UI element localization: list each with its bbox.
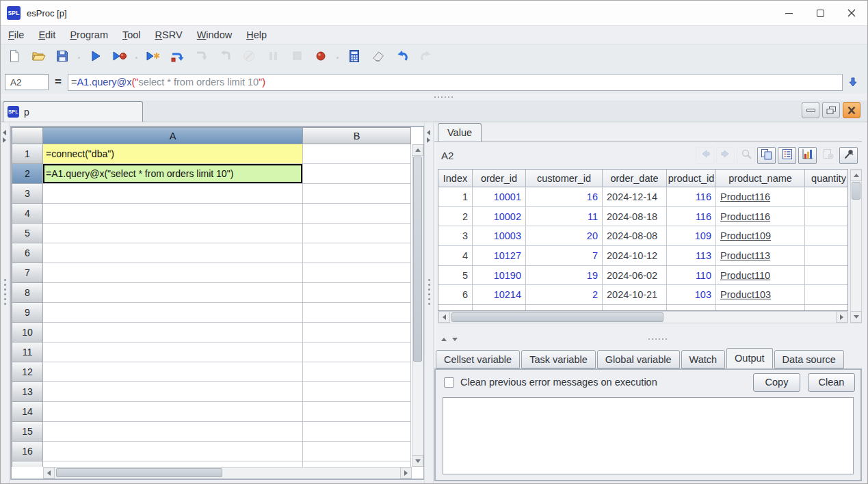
- tab-data-source[interactable]: Data source: [774, 350, 844, 368]
- cell-b3[interactable]: [303, 184, 411, 204]
- new-file-button[interactable]: [6, 49, 23, 66]
- cell-a7[interactable]: [43, 263, 303, 283]
- step-next-button[interactable]: [145, 49, 161, 66]
- sheet-tab-p[interactable]: SPL p: [3, 101, 143, 122]
- tab-value[interactable]: Value: [438, 123, 482, 142]
- cell-product_name[interactable]: Product103: [716, 285, 805, 305]
- cell-b11[interactable]: [303, 342, 411, 362]
- cell-b1[interactable]: [303, 144, 411, 164]
- cell-b9[interactable]: [303, 303, 411, 323]
- cell-b10[interactable]: [303, 323, 411, 342]
- scroll-down-button[interactable]: [412, 455, 423, 467]
- save-button[interactable]: [54, 49, 70, 66]
- cell-b16[interactable]: [303, 442, 411, 461]
- cell-a11[interactable]: [43, 342, 303, 362]
- row-header-16[interactable]: 16: [12, 442, 43, 461]
- cell-a1[interactable]: =connect("dba"): [43, 144, 303, 164]
- frame-close-button[interactable]: [843, 102, 860, 118]
- calculator-button[interactable]: [346, 49, 363, 66]
- scroll-up-button[interactable]: [412, 144, 423, 156]
- cell-b15[interactable]: [303, 422, 411, 442]
- open-file-button[interactable]: [30, 49, 47, 66]
- scroll-thumb[interactable]: [56, 468, 222, 477]
- draw-chart-button[interactable]: [798, 147, 817, 164]
- cell-a6[interactable]: [43, 243, 303, 263]
- cell-a9[interactable]: [43, 303, 303, 323]
- menu-file[interactable]: File: [8, 29, 31, 40]
- bottom-splitter[interactable]: [434, 332, 862, 349]
- column-header-product_id[interactable]: product_id: [667, 170, 716, 187]
- cell-b13[interactable]: [303, 382, 411, 402]
- grid-vertical-scrollbar[interactable]: [412, 144, 423, 467]
- grid-horizontal-scrollbar[interactable]: [43, 467, 412, 479]
- copy-value-button[interactable]: [757, 147, 776, 164]
- cell-a10[interactable]: [43, 323, 303, 342]
- cell-reference-input[interactable]: A2: [5, 74, 49, 90]
- cell-a14[interactable]: [43, 402, 303, 422]
- row-header-8[interactable]: 8: [12, 283, 43, 303]
- center-splitter[interactable]: [424, 123, 434, 483]
- menu-tool[interactable]: Tool: [122, 29, 148, 40]
- run-button[interactable]: [88, 49, 104, 66]
- cell-a16[interactable]: [43, 442, 303, 461]
- row-header-11[interactable]: 11: [12, 342, 43, 362]
- frame-minimize-button[interactable]: [802, 102, 819, 118]
- undo-button[interactable]: [394, 49, 410, 66]
- grid-corner-cell[interactable]: [12, 127, 43, 144]
- center-splitter-arrows[interactable]: [427, 128, 430, 145]
- left-splitter-arrows[interactable]: [3, 128, 6, 145]
- row-header-12[interactable]: 12: [12, 362, 43, 382]
- pin-value-button[interactable]: [839, 147, 858, 164]
- cell-b6[interactable]: [303, 243, 411, 263]
- frame-restore-button[interactable]: [822, 102, 840, 118]
- tab-watch[interactable]: Watch: [681, 350, 726, 368]
- step-over-button[interactable]: [169, 49, 185, 66]
- menu-rsrv[interactable]: RSRV: [155, 29, 190, 40]
- maximize-button[interactable]: [804, 1, 836, 25]
- left-splitter[interactable]: [1, 123, 10, 483]
- close-button[interactable]: [836, 1, 867, 25]
- column-header-b[interactable]: B: [303, 127, 411, 144]
- cell-b12[interactable]: [303, 362, 411, 382]
- cell-product_name[interactable]: Product109: [716, 226, 805, 246]
- cell-a8[interactable]: [43, 283, 303, 303]
- cell-product_name[interactable]: Product116: [716, 187, 805, 207]
- clean-button[interactable]: Clean: [808, 373, 855, 392]
- cell-a5[interactable]: [43, 224, 303, 243]
- column-header-order_id[interactable]: order_id: [473, 170, 526, 187]
- row-header-4[interactable]: 4: [12, 204, 43, 224]
- cell-product_name[interactable]: Product107: [716, 305, 805, 311]
- cell-a2[interactable]: =A1.query@x("select * from orders limit …: [43, 164, 303, 184]
- cell-a12[interactable]: [43, 362, 303, 382]
- cell-b5[interactable]: [303, 224, 411, 243]
- run-debug-button[interactable]: [111, 49, 128, 66]
- copy-button[interactable]: Copy: [753, 373, 800, 392]
- breakpoint-button[interactable]: [313, 49, 329, 66]
- cell-a17[interactable]: [43, 461, 303, 467]
- menu-window[interactable]: Window: [197, 29, 240, 40]
- row-header-2[interactable]: 2: [12, 164, 43, 184]
- splitter-collapse-arrows[interactable]: [441, 336, 458, 343]
- scroll-left-button[interactable]: [43, 467, 55, 479]
- tab-global-variable[interactable]: Global variable: [597, 350, 680, 368]
- tab-cellset-variable[interactable]: Cellset variable: [436, 350, 520, 368]
- horizontal-splitter[interactable]: [1, 94, 867, 100]
- cell-a3[interactable]: [43, 184, 303, 204]
- column-header-product_name[interactable]: product_name: [716, 170, 805, 187]
- row-header-6[interactable]: 6: [12, 243, 43, 263]
- cell-a4[interactable]: [43, 204, 303, 224]
- value-structure-button[interactable]: [778, 147, 796, 164]
- scroll-thumb[interactable]: [413, 157, 422, 362]
- formula-input[interactable]: =A1.query@x("select * from orders limit …: [68, 74, 843, 91]
- clean-messages-checkbox[interactable]: [444, 377, 454, 388]
- cell-b7[interactable]: [303, 263, 411, 283]
- scroll-thumb[interactable]: [852, 182, 860, 200]
- row-header-7[interactable]: 7: [12, 263, 43, 283]
- output-textarea[interactable]: [443, 397, 854, 474]
- tab-task-variable[interactable]: Task variable: [521, 350, 596, 368]
- column-header-index[interactable]: Index: [438, 170, 473, 187]
- scroll-right-button[interactable]: [400, 467, 412, 479]
- cell-product_name[interactable]: Product116: [716, 207, 805, 227]
- row-header-5[interactable]: 5: [12, 224, 43, 243]
- scroll-left-button[interactable]: [438, 311, 450, 323]
